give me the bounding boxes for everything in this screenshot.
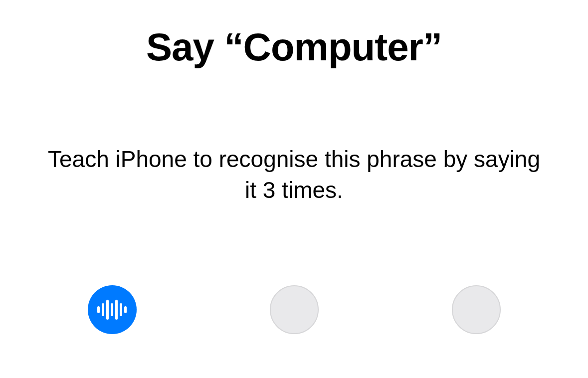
waveform-icon — [97, 300, 127, 320]
waveform-bar — [97, 306, 100, 313]
waveform-bar — [124, 306, 127, 313]
progress-step-3 — [452, 285, 501, 334]
progress-indicators — [88, 285, 501, 334]
instruction-text: Teach iPhone to recognise this phrase by… — [45, 144, 544, 205]
progress-step-1 — [88, 285, 137, 334]
waveform-bar — [120, 303, 122, 316]
waveform-bar — [102, 303, 104, 316]
progress-step-2 — [270, 285, 319, 334]
waveform-bar — [115, 300, 118, 320]
waveform-bar — [106, 300, 109, 320]
page-title: Say “Computer” — [146, 26, 442, 69]
waveform-bar — [111, 303, 113, 316]
